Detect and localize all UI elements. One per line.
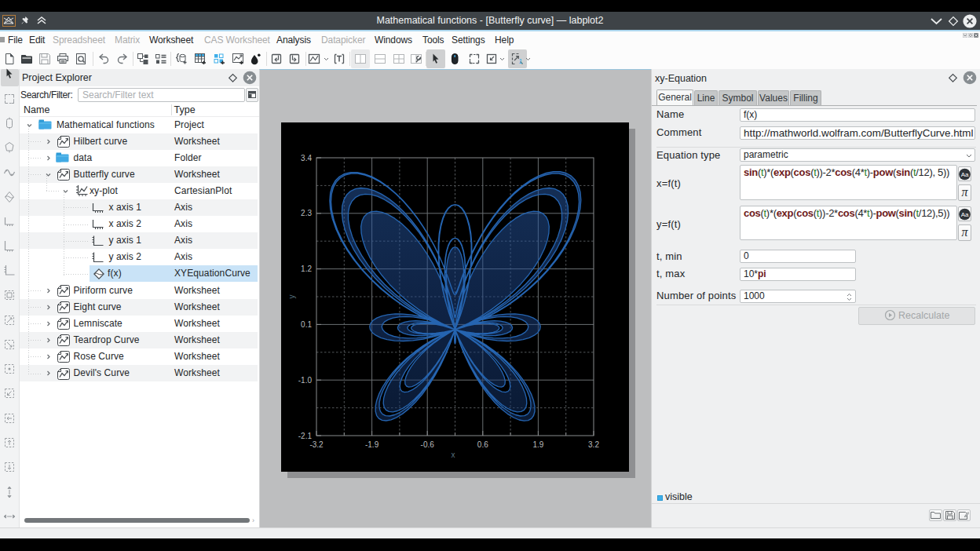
svg-text:-1.0: -1.0 (298, 376, 313, 385)
svg-text:2.3: 2.3 (301, 209, 312, 217)
svg-text:3.2: 3.2 (588, 440, 599, 449)
svg-text:Aa: Aa (961, 170, 969, 177)
svg-text:-2.1: -2.1 (298, 432, 313, 440)
svg-text:0.6: 0.6 (477, 440, 488, 449)
svg-text:1.2: 1.2 (301, 265, 312, 273)
svg-text:-3.2: -3.2 (309, 440, 324, 449)
svg-text:y: y (287, 295, 296, 299)
svg-text:0.1: 0.1 (301, 320, 312, 329)
svg-text:-0.6: -0.6 (421, 440, 435, 449)
svg-text:-1.9: -1.9 (365, 440, 379, 449)
svg-text:x: x (452, 451, 455, 459)
svg-text:1.9: 1.9 (532, 440, 543, 449)
svg-text:3.4: 3.4 (301, 154, 312, 162)
svg-text:1: 1 (519, 57, 523, 65)
svg-text:Aa: Aa (961, 210, 969, 217)
